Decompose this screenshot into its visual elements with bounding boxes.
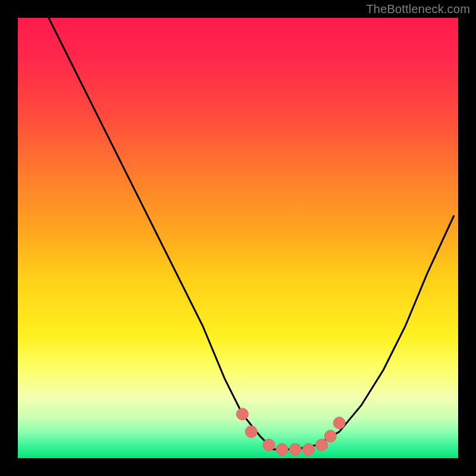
curve-marker xyxy=(289,443,301,455)
watermark-text: TheBottleneck.com xyxy=(366,2,470,16)
curve-marker xyxy=(263,439,275,451)
curve-layer xyxy=(49,18,454,449)
curve-marker xyxy=(333,417,345,429)
curve-marker xyxy=(324,430,336,442)
curve-markers xyxy=(236,408,345,455)
chart-svg-layer xyxy=(0,0,476,476)
curve-marker xyxy=(236,408,248,420)
curve-marker xyxy=(302,443,314,455)
chart-frame: TheBottleneck.com xyxy=(0,0,476,476)
curve-marker xyxy=(245,426,257,438)
bottleneck-curve xyxy=(49,18,454,449)
curve-marker xyxy=(276,443,288,455)
curve-marker xyxy=(316,439,328,451)
